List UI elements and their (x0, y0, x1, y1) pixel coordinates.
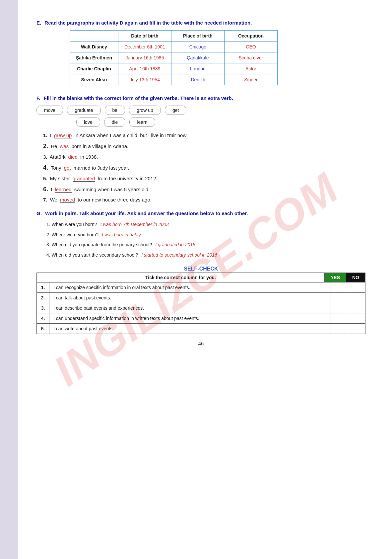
sentences-list: 1. I grew up in Ankara when I was a chil… (43, 131, 365, 204)
person-name: Sezen Aksu (70, 74, 118, 85)
person-pob: London (171, 63, 224, 74)
verb-box: graduate (67, 106, 100, 115)
person-name: Charlie Chaplin (70, 63, 118, 74)
sentence-5: 5. My sister graduated from the universi… (43, 175, 365, 183)
sentence-3: 3. Atatürk died in 1938. (43, 153, 365, 161)
answer-5: graduated (73, 176, 95, 182)
self-check-row: 4. I can understand specific information… (37, 313, 365, 323)
section-e-label: E. Read the paragraphs in activity D aga… (36, 20, 365, 26)
answer-7: moved (60, 197, 75, 203)
sc-text: I can recognize specific information in … (49, 282, 331, 292)
person-dob: July 13th 1954 (118, 74, 171, 85)
person-pob: Denizli (171, 74, 224, 85)
table-row: Walt Disney December 6th 1901 Chicago CE… (70, 41, 278, 52)
sc-no-cell (348, 323, 365, 334)
verb-box: move (36, 106, 63, 115)
table-header-dob: Date of birth (118, 31, 171, 41)
person-occ: CEO (224, 41, 277, 52)
person-occ: Scuba diver (224, 52, 277, 63)
yes-header: YES (324, 273, 346, 282)
sc-yes-cell (331, 282, 348, 292)
table-row: Şahika Ercümen January 16th 1985 Çanakka… (70, 52, 278, 63)
sc-no-cell (348, 303, 365, 313)
person-pob: Çanakkale (171, 52, 224, 63)
table-row: Sezen Aksu July 13th 1954 Denizli Singer (70, 74, 278, 85)
person-dob: April 16th 1889 (118, 63, 171, 74)
sc-yes-cell (331, 292, 348, 303)
g-questions-list: 1. When were you born? I was born 7th De… (46, 221, 365, 259)
person-name: Şahika Ercümen (70, 52, 118, 63)
table-row: Charlie Chaplin April 16th 1889 London A… (70, 63, 278, 74)
sentence-7: 7. We moved to our new house three days … (43, 196, 365, 204)
self-check-row: 5. I can write about past events. (37, 323, 365, 334)
sc-no-cell (348, 282, 365, 292)
answer-3: died (68, 154, 78, 160)
g-question-2: 2. Where were you born? I was born in ha… (46, 231, 365, 238)
sc-text: I can understand specific information in… (49, 313, 331, 323)
answer-6: learned (55, 187, 72, 193)
self-check-table: 1. I can recognize specific information … (36, 282, 365, 334)
table-header-pob: Place of birth (171, 31, 224, 41)
answer-1: grew up (54, 132, 72, 138)
sc-num: 5. (37, 323, 49, 334)
section-f: F. Fill in the blanks with the correct f… (36, 95, 365, 204)
sc-yes-cell (331, 313, 348, 323)
section-g-label: G. Work in pairs. Talk about your life. … (36, 210, 365, 216)
page-number: 46 (36, 341, 365, 346)
verb-row-2: love die learn (76, 118, 365, 127)
answer-2: was (60, 143, 69, 149)
sentence-4: 4. Tony got married to Judy last year. (43, 163, 365, 173)
verb-box: be (105, 106, 125, 115)
sc-no-cell (348, 313, 365, 323)
person-dob: December 6th 1901 (118, 41, 171, 52)
section-f-label: F. Fill in the blanks with the correct f… (36, 95, 365, 101)
person-pob: Chicago (171, 41, 224, 52)
sc-num: 3. (37, 303, 49, 313)
sc-text: I can describe past events and experienc… (49, 303, 331, 313)
no-header: NO (346, 273, 365, 282)
sentence-6: 6. I learned swimming when I was 5 years… (43, 185, 365, 194)
sentence-2: 2. He was born in a village in Adana. (43, 141, 365, 151)
person-dob: January 16th 1985 (118, 52, 171, 63)
self-check-title: SELF-CHECK (36, 266, 365, 272)
sc-num: 4. (37, 313, 49, 323)
sc-num: 1. (37, 282, 49, 292)
section-e: E. Read the paragraphs in activity D aga… (36, 20, 365, 85)
sc-text: I can talk about past events. (49, 292, 331, 303)
yes-no-header: YES NO (324, 273, 365, 282)
sc-yes-cell (331, 323, 348, 334)
sc-no-cell (348, 292, 365, 303)
self-check-row: 3. I can describe past events and experi… (37, 303, 365, 313)
person-occ: Singer (224, 74, 277, 85)
table-header-occ: Occupation (224, 31, 277, 41)
verb-box: learn (129, 118, 155, 127)
self-check-header: Tick the correct column for you. YES NO (36, 273, 365, 282)
verb-box: love (76, 118, 100, 127)
person-name: Walt Disney (70, 41, 118, 52)
verb-box: grow up (129, 106, 161, 115)
verb-row-1: move graduate be grow up get (36, 106, 365, 115)
g-question-4: 4. When did you start the secondary scho… (46, 251, 365, 259)
sentence-1: 1. I grew up in Ankara when I was a chil… (43, 131, 365, 139)
verb-box: get (165, 106, 186, 115)
verb-box: die (104, 118, 126, 127)
self-check-row: 1. I can recognize specific information … (37, 282, 365, 292)
self-check-section: SELF-CHECK Tick the correct column for y… (36, 266, 365, 334)
person-occ: Actor (224, 63, 277, 74)
self-check-subtitle: Tick the correct column for you. (37, 274, 324, 281)
table-header-name (70, 31, 118, 41)
section-g: G. Work in pairs. Talk about your life. … (36, 210, 365, 259)
g-question-3: 3. When did you graduate from the primar… (46, 241, 365, 248)
answer-4: got (64, 165, 71, 171)
sc-num: 2. (37, 292, 49, 303)
self-check-row: 2. I can talk about past events. (37, 292, 365, 303)
sc-text: I can write about past events. (49, 323, 331, 334)
g-question-1: 1. When were you born? I was born 7th De… (46, 221, 365, 228)
sc-yes-cell (331, 303, 348, 313)
info-table: Date of birth Place of birth Occupation … (70, 30, 278, 85)
left-border-decoration (0, 0, 18, 559)
